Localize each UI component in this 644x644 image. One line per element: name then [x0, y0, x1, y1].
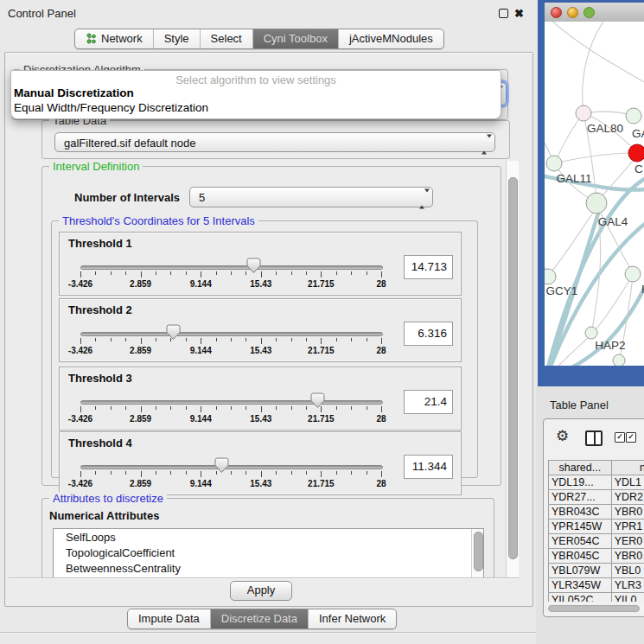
tab-cyni-toolbox[interactable]: Cyni Toolbox	[252, 29, 338, 48]
table-cell[interactable]: YBL079W	[549, 564, 612, 578]
table-cell[interactable]: YLR3	[611, 578, 644, 593]
table-row[interactable]: YIL052CYIL0	[549, 593, 644, 603]
attribute-list-item[interactable]: BetweennessCentrality	[54, 560, 483, 576]
list-scrollbar[interactable]	[471, 529, 483, 577]
slider-tick-label: 28	[376, 279, 386, 289]
threshold-value-field[interactable]: 6.316	[404, 322, 453, 346]
table-cell[interactable]: YDR27...	[549, 490, 612, 505]
network-node-label: GA	[632, 127, 644, 140]
table-hscrollbar[interactable]	[547, 604, 644, 612]
slider-track[interactable]	[80, 332, 383, 336]
close-traffic-light[interactable]	[551, 7, 562, 18]
split-columns-icon[interactable]	[585, 430, 603, 446]
tab-infer-network[interactable]: Infer Network	[308, 609, 396, 628]
slider-tick	[216, 271, 217, 275]
table-cell[interactable]: YBR045C	[549, 549, 612, 564]
table-data-combobox[interactable]: galFiltered.sif default node	[54, 132, 495, 152]
table-row[interactable]: YPR145WYPR1	[549, 520, 644, 534]
numerical-attributes-list[interactable]: SelfLoopsTopologicalCoefficientBetweenne…	[53, 528, 484, 577]
table-cell[interactable]: YBR0	[611, 549, 644, 564]
table-row[interactable]: YER054CYER0	[549, 534, 644, 549]
checkbox-icon[interactable]: ✓	[615, 432, 625, 443]
table-cell[interactable]: YIL0	[611, 593, 644, 603]
table-cell[interactable]: YBL0	[611, 564, 644, 578]
slider-tick	[381, 471, 382, 477]
slider-thumb[interactable]	[166, 324, 181, 341]
slider-track[interactable]	[80, 265, 383, 270]
network-edge	[554, 153, 634, 163]
network-window-titlebar[interactable]	[545, 3, 644, 22]
network-node-c[interactable]	[628, 144, 644, 162]
table-cell[interactable]: YPR145W	[549, 520, 612, 534]
panel-scrollbar-thumb[interactable]	[508, 177, 518, 559]
close-panel-icon[interactable]: ✖	[514, 8, 524, 19]
table-row[interactable]: YLR345WYLR3	[549, 578, 644, 593]
table-cell[interactable]: YBR043C	[549, 505, 612, 520]
slider-tick	[156, 338, 156, 341]
attribute-list-item[interactable]: SelfLoops	[54, 529, 483, 545]
popup-item-manual-discretization[interactable]: Manual Discretization	[14, 86, 134, 99]
table-row[interactable]: YDR27...YDR2	[549, 490, 644, 505]
threshold-label: Threshold 3	[68, 372, 132, 385]
attribute-list-item[interactable]: TopologicalCoefficient	[54, 545, 483, 560]
checkbox-icon[interactable]: ✓	[626, 432, 636, 443]
slider-thumb[interactable]	[214, 457, 229, 474]
slider-tick-label: 2.859	[130, 346, 151, 355]
tab-impute-data[interactable]: Impute Data	[128, 609, 210, 628]
table-cell[interactable]: YIL052C	[549, 593, 612, 603]
table-row[interactable]: YDL19...YDL1	[549, 475, 644, 490]
tab-select[interactable]: Select	[200, 29, 252, 48]
table-row[interactable]: YBR045CYBR0	[549, 549, 644, 564]
table-settings-gear-icon[interactable]: ⚙	[556, 429, 569, 444]
slider-track[interactable]	[80, 400, 383, 405]
apply-button[interactable]: Apply	[230, 581, 292, 601]
tab-jactivemnodules[interactable]: jActiveMNodules	[338, 29, 443, 48]
table-column-header[interactable]: na	[611, 461, 644, 475]
table-window: ⚙ ✓ ✓ shared...naYDL19...YDL1YDR27...YDR…	[543, 418, 644, 617]
network-node-gcy1[interactable]	[545, 269, 556, 284]
slider-thumb[interactable]	[246, 258, 261, 274]
popup-item-equal-width-frequency[interactable]: Equal Width/Frequency Discretization	[14, 101, 208, 114]
network-node-hap2[interactable]	[585, 327, 597, 339]
table-panel-region: Table Panel ⚙ ✓ ✓ shared...naYDL19...YDL…	[536, 386, 644, 644]
number-of-intervals-combobox[interactable]: 5	[189, 187, 433, 207]
slider-thumb[interactable]	[310, 392, 325, 409]
slider-tick	[95, 338, 96, 341]
tab-label: Select	[211, 32, 242, 45]
slider-tick	[186, 271, 187, 275]
threshold-value-field[interactable]: 14.713	[404, 255, 453, 279]
table-cell[interactable]: YLR345W	[549, 578, 612, 593]
network-node[interactable]	[613, 354, 625, 366]
table-cell[interactable]: YER054C	[549, 534, 612, 549]
threshold-value-field[interactable]: 21.4	[404, 390, 453, 414]
table-cell[interactable]: YDL19...	[549, 475, 612, 490]
table-cell[interactable]: YPR1	[611, 520, 644, 534]
float-window-icon[interactable]	[499, 9, 508, 18]
slider-tick	[336, 338, 337, 341]
network-node-h[interactable]	[625, 266, 641, 282]
slider-track[interactable]	[80, 465, 383, 469]
threshold-value-field[interactable]: 11.344	[404, 455, 453, 479]
slider-tick-label: 15.43	[250, 414, 271, 424]
tab-discretize-data[interactable]: Discretize Data	[210, 609, 308, 628]
network-node-gal4[interactable]	[586, 193, 607, 214]
panel-scrollbar[interactable]	[506, 161, 519, 577]
tab-network[interactable]: Network	[75, 29, 153, 48]
zoom-traffic-light[interactable]	[583, 7, 595, 18]
table-column-header[interactable]: shared...	[549, 461, 612, 475]
tab-style[interactable]: Style	[153, 29, 200, 48]
list-scrollbar-thumb[interactable]	[474, 532, 483, 571]
table-cell[interactable]: YBR0	[611, 505, 644, 520]
table-cell[interactable]: YDR2	[611, 490, 644, 505]
table-cell[interactable]: YER0	[611, 534, 644, 549]
table-row[interactable]: YBL079WYBL0	[549, 564, 644, 578]
table-hscrollbar-thumb[interactable]	[548, 605, 640, 612]
network-node-gal11[interactable]	[546, 156, 562, 171]
table-row[interactable]: YBR043CYBR0	[549, 505, 644, 520]
slider-tick-label: 15.43	[250, 479, 271, 488]
table-cell[interactable]: YDL1	[611, 475, 644, 490]
network-node-ga[interactable]	[626, 108, 641, 124]
minimize-traffic-light[interactable]	[567, 7, 578, 18]
network-node-gal80[interactable]	[576, 105, 591, 121]
network-canvas[interactable]: GAL80GACGAL11GAL4GCY1HHAP2	[545, 22, 644, 366]
